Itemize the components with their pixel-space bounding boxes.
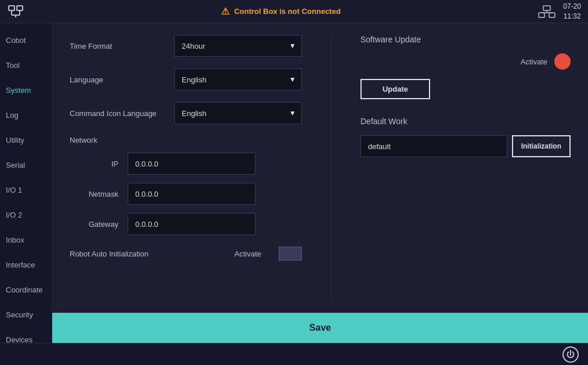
sidebar-item-cobot[interactable]: Cobot: [0, 28, 52, 53]
time-format-row: Time Format 24hour 12hour ▼: [70, 35, 302, 57]
footer: [0, 343, 588, 365]
sidebar-item-log[interactable]: Log: [0, 103, 52, 128]
network-title: Network: [70, 136, 302, 144]
time-display: 11:32: [563, 12, 581, 21]
content: Time Format 24hour 12hour ▼ Language: [52, 23, 588, 343]
time-format-label: Time Format: [70, 42, 174, 50]
save-bar[interactable]: Save: [52, 313, 588, 343]
update-button-wrapper: Update: [360, 79, 571, 99]
initialization-button[interactable]: Initialization: [512, 135, 571, 157]
network-section: Network IP Netmask Gateway: [70, 136, 302, 235]
sidebar-item-system[interactable]: System: [0, 78, 52, 103]
default-work-row: Initialization: [360, 135, 571, 157]
right-panel: Software Update Activate Update Default …: [360, 35, 571, 301]
sidebar-item-coordinate[interactable]: Coordinate: [0, 277, 52, 302]
warning-icon: ⚠: [221, 6, 229, 17]
software-update-activate-button[interactable]: [554, 53, 571, 70]
update-button[interactable]: Update: [360, 79, 430, 99]
sidebar-item-serial[interactable]: Serial: [0, 153, 52, 178]
connection-status: Control Box is not Connected: [234, 7, 340, 16]
netmask-input[interactable]: [128, 183, 255, 205]
header-right: 07-20 11:32: [538, 2, 581, 21]
logo: [7, 3, 24, 20]
date-display: 07-20: [563, 2, 581, 12]
software-update-activate-row: Activate: [360, 53, 571, 70]
panel-divider: [331, 35, 331, 301]
sidebar-item-tool[interactable]: Tool: [0, 53, 52, 78]
gateway-row: Gateway: [70, 213, 302, 235]
netmask-label: Netmask: [70, 190, 128, 198]
robot-auto-init-label: Robot Auto Initialization: [70, 250, 149, 258]
ip-row: IP: [70, 153, 302, 175]
sidebar-item-io2[interactable]: I/O 2: [0, 203, 52, 227]
save-button-label: Save: [309, 323, 331, 333]
command-icon-language-select-wrapper[interactable]: English Korean ▼: [174, 102, 302, 124]
robot-auto-init-toggle[interactable]: [279, 247, 302, 261]
network-icon: [538, 5, 556, 19]
netmask-row: Netmask: [70, 183, 302, 205]
main-layout: Cobot Tool System Log Utility Serial I/O…: [0, 23, 588, 343]
left-panel: Time Format 24hour 12hour ▼ Language: [70, 35, 302, 301]
language-control: English Korean ▼: [174, 68, 302, 91]
sidebar-item-inbox[interactable]: Inbox: [0, 227, 52, 252]
language-select-wrapper[interactable]: English Korean ▼: [174, 68, 302, 91]
ip-label: IP: [70, 160, 128, 168]
language-row: Language English Korean ▼: [70, 68, 302, 91]
time-format-select[interactable]: 24hour 12hour: [174, 35, 302, 57]
default-work-input[interactable]: [360, 135, 507, 157]
svg-rect-8: [549, 13, 555, 17]
svg-rect-0: [9, 6, 15, 10]
header-left: [7, 3, 24, 20]
software-update-activate-label: Activate: [521, 57, 547, 66]
power-button[interactable]: [562, 346, 579, 363]
svg-rect-6: [543, 6, 550, 10]
svg-rect-1: [17, 6, 23, 10]
sidebar-item-interface[interactable]: Interface: [0, 252, 52, 277]
command-icon-language-label: Command Icon Language: [70, 109, 174, 118]
gateway-input[interactable]: [128, 213, 255, 235]
robot-auto-init-activate-label: Activate: [235, 250, 261, 258]
language-select[interactable]: English Korean: [174, 68, 302, 91]
svg-rect-7: [539, 13, 544, 17]
gateway-label: Gateway: [70, 220, 128, 229]
software-update-title: Software Update: [360, 35, 571, 44]
command-icon-language-control: English Korean ▼: [174, 102, 302, 124]
content-body: Time Format 24hour 12hour ▼ Language: [52, 23, 588, 313]
time-format-select-wrapper[interactable]: 24hour 12hour ▼: [174, 35, 302, 57]
sidebar-item-io1[interactable]: I/O 1: [0, 178, 52, 203]
language-label: Language: [70, 75, 174, 84]
sidebar-item-security[interactable]: Security: [0, 302, 52, 327]
software-update-section: Software Update Activate Update: [360, 35, 571, 99]
default-work-section: Default Work Initialization: [360, 117, 571, 157]
header-center: ⚠ Control Box is not Connected: [221, 6, 340, 17]
command-icon-language-select[interactable]: English Korean: [174, 102, 302, 124]
robot-auto-init-row: Robot Auto Initialization Activate: [70, 247, 302, 261]
sidebar-item-devices[interactable]: Devices: [0, 327, 52, 343]
sidebar: Cobot Tool System Log Utility Serial I/O…: [0, 23, 52, 343]
command-icon-language-row: Command Icon Language English Korean ▼: [70, 102, 302, 124]
time-format-control: 24hour 12hour ▼: [174, 35, 302, 57]
sidebar-item-utility[interactable]: Utility: [0, 128, 52, 153]
default-work-title: Default Work: [360, 117, 571, 126]
header: ⚠ Control Box is not Connected 07-20 11:…: [0, 0, 588, 23]
ip-input[interactable]: [128, 153, 255, 175]
datetime-display: 07-20 11:32: [563, 2, 581, 21]
